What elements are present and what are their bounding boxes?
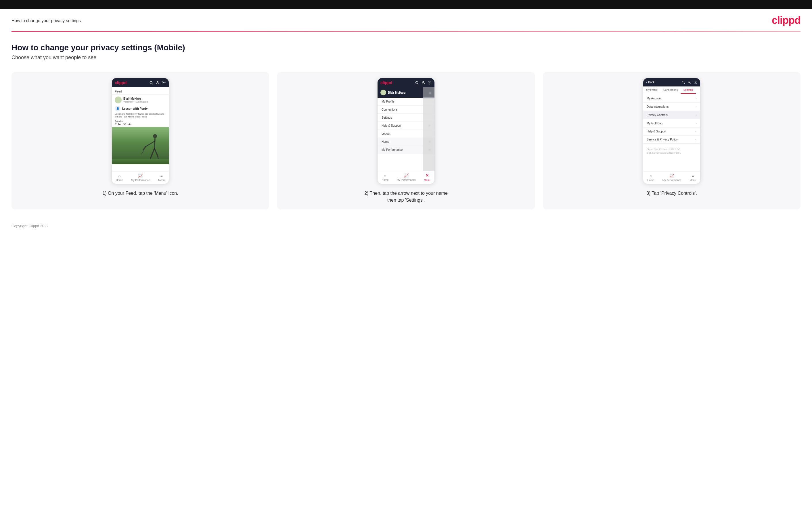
step-3-content: My Account › Data Integrations › Privacy…	[643, 94, 700, 171]
settings-help[interactable]: Help & Support ↗	[643, 127, 700, 135]
tab-connections[interactable]: Connections	[660, 87, 680, 94]
settings-icon	[162, 81, 166, 85]
menu-icon: ≡	[160, 173, 162, 178]
step-2-user-name: Blair McHarg	[388, 91, 406, 94]
tab-settings[interactable]: Settings	[680, 87, 696, 94]
feed-image	[112, 127, 169, 164]
step-1-caption: 1) On your Feed, tap the 'Menu' icon.	[102, 190, 178, 197]
feed-lesson-text: Looking to feel like my hands are exitin…	[112, 113, 169, 120]
close-icon: ✕	[425, 173, 429, 178]
page-heading: How to change your privacy settings (Mob…	[11, 43, 801, 52]
step-2-nav: clippd	[377, 78, 435, 87]
feed-user-row: Blair McHarg Yesterday · Sunningdale	[112, 95, 169, 105]
feed-lesson-title: Lesson with Fordy	[122, 107, 148, 110]
settings-icon-3	[694, 80, 697, 84]
connections-label: Connections	[382, 108, 398, 111]
svg-point-4	[153, 134, 157, 138]
steps-container: clippd Feed Blair McHarg Yesterday ·	[11, 72, 801, 210]
svg-line-9	[154, 149, 158, 156]
step-2-nav-icons	[415, 81, 432, 85]
step-2-card: clippd Blair McHarg ▲	[277, 72, 535, 210]
bottom-home-2: ⌂ Home	[382, 173, 389, 181]
privacy-controls-label: Privacy Controls	[647, 113, 668, 117]
settings-privacy-controls[interactable]: Privacy Controls ›	[643, 111, 700, 119]
home-icon: ⌂	[118, 173, 120, 178]
feed-lesson-icon: 👤	[115, 106, 120, 111]
settings-list: My Account › Data Integrations › Privacy…	[643, 94, 700, 144]
settings-my-golf-bag[interactable]: My Golf Bag ›	[643, 119, 700, 127]
my-golf-bag-label: My Golf Bag	[647, 122, 662, 125]
search-icon-2	[415, 81, 419, 85]
menu-icon-3: ≡	[692, 173, 694, 178]
step-3-nav: ‹ Back	[643, 78, 700, 87]
bottom-menu-close[interactable]: ✕ Menu	[424, 173, 430, 181]
bottom-home: ⌂ Home	[116, 173, 123, 181]
step-2-phone: clippd Blair McHarg ▲	[377, 78, 435, 184]
bottom-performance: 📈 My Performance	[131, 173, 150, 181]
feed-duration-label: Duration	[112, 120, 169, 123]
home-section-label: Home	[382, 140, 389, 143]
service-privacy-label: Service & Privacy Policy	[647, 138, 678, 141]
home-icon-2: ⌂	[384, 173, 386, 178]
step-3-back-left: ‹ Back	[646, 81, 655, 84]
step-1-content: Feed Blair McHarg Yesterday · Sunningdal…	[112, 87, 169, 171]
step-2-caption: 2) Then, tap the arrow next to your name…	[363, 190, 449, 204]
step-2-bottom: ⌂ Home 📈 My Performance ✕ Menu	[377, 171, 435, 184]
step-3-caption: 3) Tap 'Privacy Controls'.	[646, 190, 697, 197]
back-chevron: ‹	[646, 81, 647, 84]
settings-label: Settings	[382, 116, 392, 119]
user-icon-3	[688, 80, 691, 84]
step-1-nav-logo: clippd	[115, 80, 126, 85]
svg-line-12	[142, 147, 146, 154]
home-icon-3: ⌂	[650, 173, 652, 178]
logo: clippd	[772, 14, 801, 26]
settings-data-integrations[interactable]: Data Integrations ›	[643, 103, 700, 111]
settings-icon-2	[427, 81, 432, 85]
svg-point-2	[157, 81, 158, 83]
svg-line-8	[151, 149, 154, 157]
feed-duration-value: 01 hr : 30 min	[112, 123, 169, 127]
step-2-nav-logo: clippd	[380, 80, 392, 85]
my-profile-label: My Profile	[382, 100, 394, 103]
help-support-label: Help & Support	[647, 130, 666, 133]
step-1-nav: clippd	[112, 78, 169, 87]
performance-icon: 📈	[138, 173, 143, 178]
step-1-nav-icons	[149, 81, 166, 85]
step-1-phone: clippd Feed Blair McHarg Yesterday ·	[111, 78, 169, 184]
service-privacy-ext-icon: ↗	[695, 138, 697, 141]
bottom-home-3: ⌂ Home	[647, 173, 654, 181]
feed-avatar	[115, 97, 121, 103]
svg-line-5	[154, 138, 155, 149]
step-2-user-avatar	[380, 90, 386, 95]
user-icon	[156, 81, 160, 85]
step-3-bottom: ⌂ Home 📈 My Performance ≡ Menu	[643, 171, 700, 184]
settings-my-account[interactable]: My Account ›	[643, 94, 700, 103]
step-3-card: ‹ Back My Profile Connections Settings	[543, 72, 801, 210]
bottom-performance-2: 📈 My Performance	[397, 173, 416, 181]
search-icon	[149, 81, 153, 85]
performance-icon-2: 📈	[404, 173, 409, 178]
help-ext-icon-3: ↗	[695, 130, 697, 133]
performance-section-label: My Performance	[382, 148, 403, 151]
svg-point-17	[682, 81, 684, 83]
step-1-card: clippd Feed Blair McHarg Yesterday ·	[11, 72, 269, 210]
svg-point-13	[415, 81, 418, 83]
feed-label: Feed	[112, 87, 169, 95]
svg-line-6	[146, 141, 154, 147]
svg-point-16	[429, 82, 430, 83]
help-label: Help & Support	[382, 124, 401, 127]
step-3-tabs: My Profile Connections Settings	[643, 87, 700, 94]
main-content: How to change your privacy settings (Mob…	[0, 32, 812, 215]
data-integrations-arrow: ›	[696, 105, 697, 108]
tab-my-profile[interactable]: My Profile	[643, 87, 660, 94]
my-golf-bag-arrow: ›	[696, 121, 697, 125]
performance-icon-3: 📈	[669, 173, 674, 178]
step-2-content: Blair McHarg ▲ My Profile Connections	[377, 87, 435, 171]
feed-lesson-row: 👤 Lesson with Fordy	[112, 105, 169, 113]
my-account-arrow: ›	[696, 97, 697, 100]
svg-point-20	[695, 82, 696, 83]
svg-line-18	[684, 83, 684, 83]
data-integrations-label: Data Integrations	[647, 105, 668, 108]
settings-service-privacy[interactable]: Service & Privacy Policy ↗	[643, 135, 700, 144]
svg-line-1	[152, 83, 153, 84]
